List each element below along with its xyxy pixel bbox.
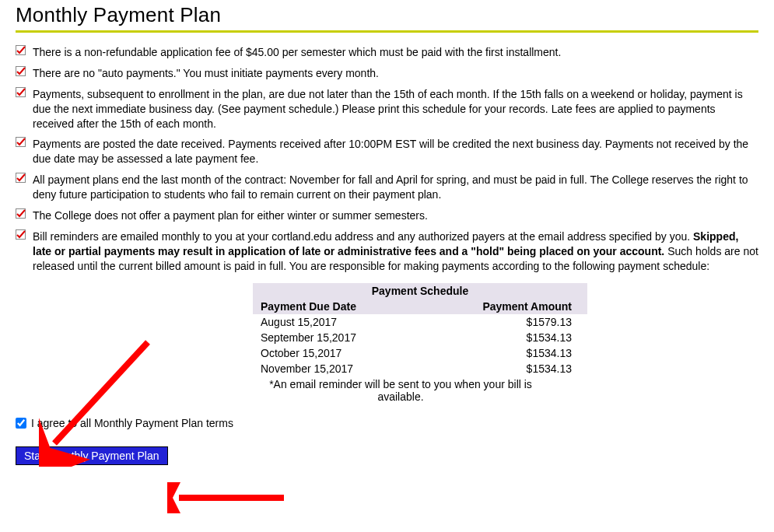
checkmark-icon: [16, 208, 26, 219]
term-text: All payment plans end the last month of …: [33, 173, 748, 201]
schedule-caption: Payment Schedule: [253, 283, 587, 299]
due-date-cell: October 15,2017: [253, 345, 447, 361]
checkmark-icon: [16, 87, 26, 97]
term-text: Payments are posted the date received. P…: [33, 138, 748, 165]
checkmark-icon: [16, 229, 26, 240]
table-row: October 15,2017$1534.13: [253, 345, 587, 361]
checkmark-icon: [16, 45, 26, 55]
term-item: Payments, subsequent to enrollment in th…: [16, 84, 758, 135]
amount-cell: $1534.13: [447, 330, 587, 345]
table-row: September 15,2017$1534.13: [253, 330, 587, 345]
terms-list: There is a non-refundable application fe…: [16, 42, 758, 277]
term-text: Payments, subsequent to enrollment in th…: [33, 88, 743, 130]
payment-schedule: Payment Schedule Payment Due Date Paymen…: [253, 283, 758, 403]
term-text: The College does not offer a payment pla…: [33, 209, 428, 222]
term-item: Payments are posted the date received. P…: [16, 134, 758, 170]
table-row: August 15,2017$1579.13: [253, 314, 587, 330]
checkmark-icon: [16, 173, 26, 183]
amount-cell: $1534.13: [447, 361, 587, 376]
page-title: Monthly Payment Plan: [16, 3, 758, 27]
term-text: There are no "auto payments." You must i…: [33, 67, 379, 79]
due-date-cell: August 15,2017: [253, 314, 447, 330]
start-monthly-payment-plan-button[interactable]: Start Monthly Payment Plan: [16, 446, 168, 465]
due-date-cell: November 15,2017: [253, 361, 447, 376]
term-item: The College does not offer a payment pla…: [16, 205, 758, 226]
term-item: There is a non-refundable application fe…: [16, 42, 758, 63]
checkmark-icon: [16, 66, 26, 76]
schedule-header-due: Payment Due Date: [253, 299, 447, 314]
schedule-header-amount: Payment Amount: [447, 299, 587, 314]
arrow-annotation-icon: [167, 482, 292, 513]
amount-cell: $1534.13: [447, 345, 587, 361]
agree-checkbox[interactable]: [16, 418, 26, 429]
checkmark-icon: [16, 137, 26, 147]
term-item: All payment plans end the last month of …: [16, 170, 758, 205]
table-row: November 15,2017$1534.13: [253, 361, 587, 376]
term-text: There is a non-refundable application fe…: [33, 46, 561, 58]
schedule-reminder: *An email reminder will be sent to you w…: [253, 378, 548, 403]
term-item: Bill reminders are emailed monthly to yo…: [16, 226, 758, 277]
divider: [16, 30, 758, 33]
term-text: Bill reminders are emailed monthly to yo…: [33, 230, 693, 243]
due-date-cell: September 15,2017: [253, 330, 447, 345]
term-item: There are no "auto payments." You must i…: [16, 63, 758, 84]
amount-cell: $1579.13: [447, 314, 587, 330]
agree-label: I agree to all Monthly Payment Plan term…: [31, 417, 233, 429]
